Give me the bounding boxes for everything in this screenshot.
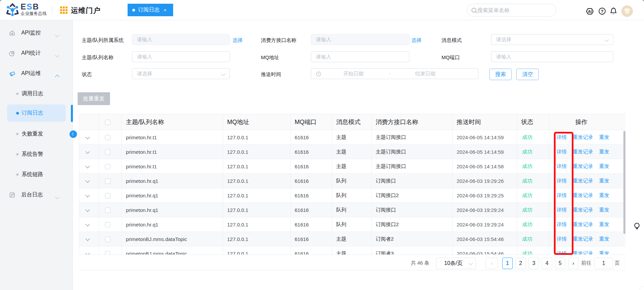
svg-text:AI: AI bbox=[588, 9, 592, 14]
svg-text:?: ? bbox=[601, 9, 603, 14]
